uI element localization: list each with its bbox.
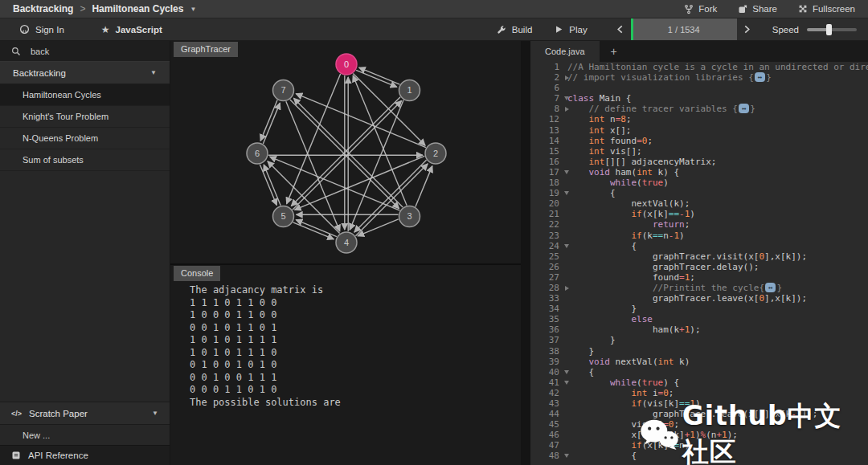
algorithm-search-input[interactable] bbox=[29, 46, 153, 57]
share-button[interactable]: Share bbox=[738, 4, 777, 14]
code-line-text: class Main { bbox=[563, 93, 631, 104]
line-number[interactable]: 12 bbox=[530, 114, 563, 124]
line-number[interactable]: 37 bbox=[530, 335, 563, 345]
line-number[interactable]: 28 bbox=[530, 283, 563, 293]
line-number[interactable]: 45 bbox=[530, 419, 563, 430]
line-number[interactable]: 20 bbox=[530, 198, 563, 209]
console-tab[interactable]: Console bbox=[174, 266, 220, 281]
sidebar-item-new-scratch[interactable]: New ... bbox=[0, 425, 170, 445]
code-editor[interactable]: 1//A Hamiltonian cycle is a cycle in an … bbox=[530, 62, 868, 462]
code-token: = bbox=[637, 136, 642, 146]
line-number[interactable]: 36 bbox=[530, 324, 563, 335]
line-number[interactable]: 43 bbox=[530, 398, 563, 409]
fold-toggle-icon[interactable] bbox=[564, 370, 569, 374]
line-number[interactable]: 8 bbox=[530, 104, 563, 114]
graph-tracer-tab[interactable]: GraphTracer bbox=[174, 42, 238, 57]
add-tab-button[interactable]: + bbox=[600, 41, 628, 62]
line-number[interactable]: 15 bbox=[530, 146, 563, 157]
line-number[interactable]: 13 bbox=[530, 125, 563, 136]
line-number[interactable]: 38 bbox=[530, 346, 563, 357]
step-forward-button[interactable] bbox=[737, 18, 758, 40]
line-number[interactable]: 40 bbox=[530, 367, 563, 377]
sign-in-button[interactable]: Sign In bbox=[19, 24, 64, 35]
code-token bbox=[567, 167, 589, 177]
fold-toggle-icon[interactable] bbox=[564, 454, 569, 458]
fold-toggle-icon[interactable] bbox=[564, 96, 569, 100]
code-token: if bbox=[631, 230, 641, 241]
sidebar-item-knight-s-tour-problem[interactable]: Knight's Tour Problem bbox=[0, 106, 170, 128]
fork-button[interactable]: Fork bbox=[684, 4, 717, 14]
fullscreen-button[interactable]: Fullscreen bbox=[798, 4, 855, 14]
sidebar-category-scratch-paper[interactable]: </> Scratch Paper ▼ bbox=[0, 402, 170, 425]
breadcrumb-current[interactable]: Hamiltonean Cycles bbox=[92, 3, 183, 14]
sidebar-item-api-reference[interactable]: API Reference bbox=[0, 445, 170, 465]
folded-code-widget[interactable]: ↔ bbox=[739, 104, 749, 113]
line-number[interactable]: 19 bbox=[530, 188, 563, 198]
line-number[interactable]: 47 bbox=[530, 440, 563, 451]
sidebar-item-hamiltonean-cycles[interactable]: Hamiltonean Cycles bbox=[0, 84, 170, 106]
line-number[interactable]: 41 bbox=[530, 377, 563, 388]
code-line-text: } bbox=[563, 335, 616, 345]
line-number[interactable]: 2 bbox=[530, 72, 563, 83]
code-token: 1 bbox=[690, 398, 695, 409]
line-number[interactable]: 24 bbox=[530, 241, 563, 251]
code-token: true bbox=[642, 377, 664, 388]
line-number[interactable]: 23 bbox=[530, 230, 563, 241]
line-number[interactable]: 34 bbox=[530, 304, 563, 314]
build-button[interactable]: Build bbox=[497, 25, 533, 35]
line-number[interactable]: 46 bbox=[530, 430, 563, 440]
panel-resize-handle[interactable] bbox=[521, 41, 530, 465]
fold-toggle-icon[interactable] bbox=[565, 107, 569, 112]
line-number[interactable]: 17 bbox=[530, 167, 563, 177]
folded-code-widget[interactable]: ↔ bbox=[755, 72, 765, 82]
line-number[interactable]: 21 bbox=[530, 209, 563, 219]
language-selector[interactable]: ★ JavaScript bbox=[101, 24, 162, 35]
line-number[interactable]: 6 bbox=[530, 83, 563, 93]
sidebar-item-n-queens-problem[interactable]: N-Queens Problem bbox=[0, 128, 170, 149]
line-number[interactable]: 1 bbox=[530, 62, 563, 72]
fold-toggle-icon[interactable] bbox=[564, 244, 569, 248]
console-line: 0 1 0 0 1 0 1 0 bbox=[190, 359, 521, 372]
book-icon bbox=[11, 451, 21, 460]
line-number[interactable]: 14 bbox=[530, 136, 563, 146]
speed-slider-handle[interactable] bbox=[826, 24, 832, 35]
progress-bar[interactable]: 1 / 1534 bbox=[631, 18, 737, 40]
code-token: graphTracer.visit(x[ bbox=[567, 251, 759, 262]
code-line-text: graphTracer.visit(x[0],x[k]); bbox=[563, 251, 807, 262]
step-backward-button[interactable] bbox=[610, 18, 631, 40]
fold-toggle-icon[interactable] bbox=[565, 75, 569, 80]
line-number[interactable]: 26 bbox=[530, 262, 563, 272]
folded-code-widget[interactable]: ↔ bbox=[765, 283, 776, 292]
code-token: } bbox=[567, 335, 616, 345]
sidebar-category-backtracking[interactable]: Backtracking ▼ bbox=[0, 62, 170, 84]
tab-code-java[interactable]: Code.java bbox=[530, 41, 600, 62]
breadcrumb[interactable]: Backtracking > Hamiltonean Cycles ▼ bbox=[13, 3, 196, 14]
fold-toggle-icon[interactable] bbox=[564, 170, 569, 174]
line-number[interactable]: 27 bbox=[530, 272, 563, 283]
code-token: ) bbox=[695, 430, 701, 440]
line-number[interactable]: 7 bbox=[530, 93, 563, 104]
play-label: Play bbox=[569, 25, 587, 35]
line-number[interactable]: 35 bbox=[530, 314, 563, 324]
line-number[interactable]: 22 bbox=[530, 219, 563, 230]
line-number[interactable]: 44 bbox=[530, 409, 563, 419]
code-token: n bbox=[604, 114, 615, 124]
fold-toggle-icon[interactable] bbox=[564, 191, 569, 195]
line-number[interactable]: 42 bbox=[530, 388, 563, 398]
fold-toggle-icon[interactable] bbox=[564, 381, 569, 385]
play-button[interactable]: Play bbox=[555, 25, 587, 35]
code-line: 22 return; bbox=[530, 219, 868, 230]
line-number[interactable]: 48 bbox=[530, 451, 563, 461]
line-number[interactable]: 25 bbox=[530, 251, 563, 262]
breadcrumb-category[interactable]: Backtracking bbox=[13, 3, 73, 14]
line-number[interactable]: 33 bbox=[530, 293, 563, 304]
fold-toggle-icon[interactable] bbox=[565, 286, 569, 291]
graph-node-label: 3 bbox=[407, 211, 411, 221]
sidebar-item-sum-of-subsets[interactable]: Sum of subsets bbox=[0, 149, 170, 171]
line-number[interactable]: 39 bbox=[530, 357, 563, 367]
code-token: == bbox=[679, 398, 690, 409]
code-line: 20 nextVal(k); bbox=[530, 198, 868, 209]
line-number[interactable]: 18 bbox=[530, 177, 563, 188]
line-number[interactable]: 16 bbox=[530, 157, 563, 167]
speed-slider[interactable] bbox=[807, 24, 857, 35]
